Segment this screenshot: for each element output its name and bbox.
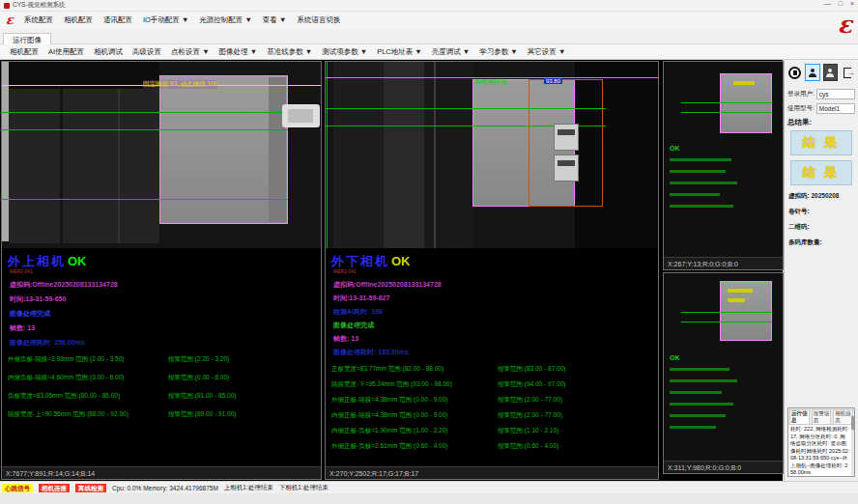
maximize-button[interactable]: □ xyxy=(839,0,843,7)
tool-baseline-params[interactable]: 基准线参数 ▼ xyxy=(267,47,312,57)
ai-roi-label: AI检测区域 xyxy=(475,78,506,87)
mid-result-text: 外下相机 OK MER2-041 虚拟码:Offline202502081331… xyxy=(326,248,658,466)
menu-comm-config[interactable]: 通讯配置 xyxy=(103,15,132,25)
measurement-row: 内侧正极-隔膜=4.38mm 范围:(0.00 - 9.00)报警范围:(2.0… xyxy=(331,411,652,420)
right-sidebar: 登录用户: cys 使用型号: Model1 总结果: 结 果 结 果 虚拟码:… xyxy=(784,60,858,481)
log-tab-alarm-info[interactable]: 报警信息 xyxy=(812,409,832,424)
measurement-row: 内侧正极-负极=1.90mm 范围:(1.00 - 2.20)报警范围:(1.1… xyxy=(331,427,652,435)
tool-test-item-params[interactable]: 测试项参数 ▼ xyxy=(322,47,367,57)
measurement-row: 正极宽度=83.77mm 范围:(82.00 - 88.00)报警范围:(83.… xyxy=(331,365,652,374)
model-select[interactable]: Model1 xyxy=(816,103,855,114)
tool-camera-config[interactable]: 相机配置 xyxy=(10,47,39,57)
mid-process-status: 图像处理完成 xyxy=(333,321,652,330)
camera-connect-badge: 相机连接 xyxy=(39,484,70,492)
measurement-row: 内侧负极-隔膜=4.60mm 范围:(3.00 - 6.00)报警范围:(0.0… xyxy=(8,374,315,382)
result-text-line xyxy=(670,170,726,173)
brand-logo-icon: ε xyxy=(6,15,14,25)
log-tabs: 运行信息 报警信息 相机信息 xyxy=(788,408,854,425)
sidebar-buttons xyxy=(787,64,855,81)
tab-patch xyxy=(554,154,579,182)
pause-icon xyxy=(788,67,801,79)
log-scrollbar[interactable] xyxy=(851,416,854,476)
measure-line-overlay xyxy=(681,102,772,103)
tool-advanced-settings[interactable]: 高级设置 xyxy=(132,47,161,57)
left-pixel-coords: X:7677;Y:891;R:14;G:14;B:14 xyxy=(2,466,321,479)
mid-measurements: 正极宽度=83.77mm 范围:(82.00 - 88.00)报警范围:(83.… xyxy=(331,365,652,451)
upper-camera-status: 上相机1:处理结束 xyxy=(224,484,273,492)
tool-ai-usage-config[interactable]: AI使用配置 xyxy=(48,47,84,57)
threshold-overlay-label: 固定阈值:93, 动态阈值:100 xyxy=(143,80,217,89)
model-label: 使用型号: xyxy=(787,104,815,113)
heartbeat-badge: 心跳信号 xyxy=(2,484,33,492)
window-controls: — □ × xyxy=(824,0,854,7)
result-text-line xyxy=(670,391,722,394)
mid-time: 时间:13-31-59-627 xyxy=(333,294,652,303)
mid-barcode: 虚拟码:Offline20250208133134728 xyxy=(333,280,652,290)
workspace: 固定阈值:93, 动态阈值:100 外上相机 OK MER2-041 虚拟码:O… xyxy=(0,60,783,481)
measure-line-overlay xyxy=(681,112,772,113)
app-icon xyxy=(4,3,10,9)
mid-camera-image[interactable]: AI检测区域 93.80 xyxy=(326,62,658,248)
mid-process-time: 图像处理耗时: 183.00ms xyxy=(333,348,652,357)
roll-pin-label: 卷针号: xyxy=(788,208,855,216)
operator-button[interactable] xyxy=(823,64,838,81)
machine-column xyxy=(384,62,424,248)
machine-column xyxy=(333,62,384,248)
measurement-row: 外侧正极-负极=2.61mm 范围:(0.60 - 4.00)报警范围:(0.6… xyxy=(331,442,652,451)
close-button[interactable]: × xyxy=(850,0,854,7)
result-text-line xyxy=(670,205,733,208)
login-user-button[interactable] xyxy=(805,64,819,81)
tool-spot-check[interactable]: 点检设置 ▼ xyxy=(171,47,210,57)
left-camera-image[interactable]: 固定阈值:93, 动态阈值:100 xyxy=(2,62,321,248)
measure-line-overlay xyxy=(681,312,772,313)
menu-system-config[interactable]: 系统配置 xyxy=(24,15,53,25)
measurement-row: 外侧正极-隔膜=4.38mm 范围:(0.00 - 9.00)报警范围:(2.0… xyxy=(331,396,652,405)
thumb2-image[interactable]: OK xyxy=(664,273,783,461)
result-text-line xyxy=(670,403,733,406)
titlebar: CYS-视觉检测系统 xyxy=(0,0,858,12)
tool-plc-address-table[interactable]: PLC地址表 ▼ xyxy=(377,47,422,57)
tool-camera-debug[interactable]: 相机调试 xyxy=(94,47,123,57)
barcode-count-label: 条码库数量: xyxy=(788,238,855,247)
machine-highlight xyxy=(434,62,436,248)
measure-line-overlay xyxy=(326,108,606,109)
menu-camera-config[interactable]: 相机配置 xyxy=(64,15,93,25)
log-panel: 运行信息 报警信息 相机信息 耗时: 222, 网络检测耗时: 17, 网络分区… xyxy=(787,407,855,477)
thumb1-ok: OK xyxy=(670,145,680,152)
left-barcode: 虚拟码:Offline20250208133134728 xyxy=(10,280,315,290)
menu-io-manual-config[interactable]: IO手动配置 ▼ xyxy=(143,15,188,25)
log-tab-camera-info[interactable]: 相机信息 xyxy=(833,409,853,424)
menu-language-switch[interactable]: 系统语言切换 xyxy=(297,15,340,25)
menu-view[interactable]: 查看 ▼ xyxy=(263,15,287,25)
toolbar: 相机配置 AI使用配置 相机调试 高级设置 点检设置 ▼ 图像处理 ▼ 基准线参… xyxy=(0,44,858,60)
menu-light-control-config[interactable]: 光源控制配置 ▼ xyxy=(199,15,252,25)
left-camera-panel: 固定阈值:93, 动态阈值:100 外上相机 OK MER2-041 虚拟码:O… xyxy=(1,61,322,480)
measure-line-overlay xyxy=(2,112,288,113)
machine-column xyxy=(424,62,472,248)
measure-line-overlay xyxy=(681,322,772,322)
minimize-button[interactable]: — xyxy=(824,0,831,7)
tool-image-processing[interactable]: 图像处理 ▼ xyxy=(219,47,258,57)
mid-pixel-coords: X:270;Y:2502;R:17;G:17;B:17 xyxy=(326,466,658,479)
qr-code-label: 二维码: xyxy=(788,223,855,232)
mid-ok-status: OK xyxy=(391,254,411,268)
thumb1-image[interactable]: OK xyxy=(664,62,783,257)
left-ok-status: OK xyxy=(68,254,87,268)
thumb1-panel: OK X:267;Y:13;R:0;G:0;B:0 xyxy=(663,61,784,270)
tool-other-settings[interactable]: 其它设置 ▼ xyxy=(528,47,566,57)
menubar: ε 系统配置 相机配置 通讯配置 IO手动配置 ▼ 光源控制配置 ▼ 查看 ▼ … xyxy=(0,12,858,29)
tool-learning-params[interactable]: 学习参数 ▼ xyxy=(479,47,518,57)
ai-score-tag: 93.80 xyxy=(544,78,562,84)
measure-line-overlay xyxy=(2,199,288,200)
app-window: CYS-视觉检测系统 ε 系统配置 相机配置 通讯配置 IO手动配置 ▼ 光源控… xyxy=(0,0,858,504)
pause-button[interactable] xyxy=(787,64,802,81)
tool-brightness-debug[interactable]: 亮度调试 ▼ xyxy=(432,47,471,57)
log-tab-run-info[interactable]: 运行信息 xyxy=(789,409,810,424)
overlay-text-mark xyxy=(733,81,755,85)
total-result-label: 总结果: xyxy=(787,118,855,127)
login-user-field[interactable]: cys xyxy=(816,89,855,99)
exit-button[interactable] xyxy=(841,64,855,81)
operator-icon xyxy=(825,69,835,77)
left-process-time: 图像处理耗时: 256.00ms xyxy=(10,338,315,348)
result-text-line xyxy=(670,193,720,196)
